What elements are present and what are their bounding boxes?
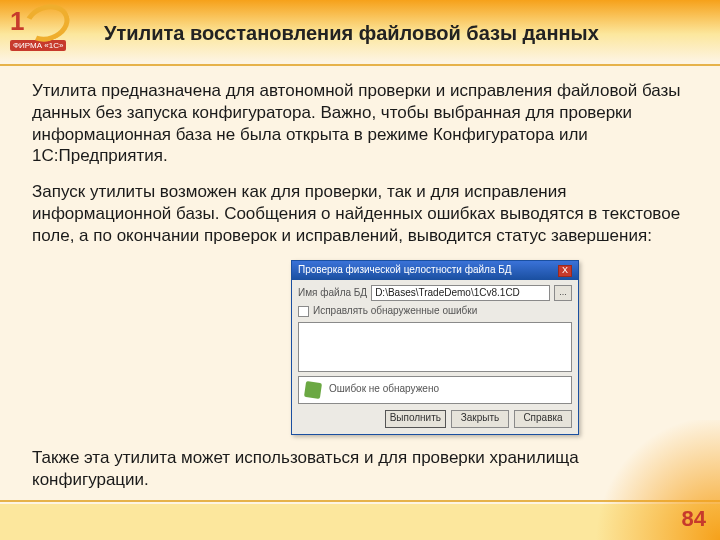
file-path-input[interactable]: D:\Bases\TradeDemo\1Cv8.1CD bbox=[371, 285, 550, 301]
file-row: Имя файла БД D:\Bases\TradeDemo\1Cv8.1CD… bbox=[298, 285, 572, 301]
checkbox-box[interactable] bbox=[298, 306, 309, 317]
logo-brand-text: ФИРМА «1С» bbox=[10, 40, 66, 51]
close-icon[interactable]: X bbox=[558, 265, 572, 277]
browse-button[interactable]: ... bbox=[554, 285, 572, 301]
status-panel: Ошибок не обнаружено bbox=[298, 376, 572, 404]
status-ok-icon bbox=[303, 380, 323, 400]
footer-bar bbox=[0, 504, 720, 540]
paragraph-2: Запуск утилиты возможен как для проверки… bbox=[32, 181, 688, 246]
dialog-titlebar: Проверка физической целостности файла БД… bbox=[292, 261, 578, 280]
logo-mark: 1 bbox=[10, 8, 74, 38]
dialog-body: Имя файла БД D:\Bases\TradeDemo\1Cv8.1CD… bbox=[292, 280, 578, 434]
checkbox-label: Исправлять обнаруженные ошибки bbox=[313, 305, 477, 318]
paragraph-1: Утилита предназначена для автономной про… bbox=[32, 80, 688, 167]
page-number: 84 bbox=[682, 506, 706, 532]
title-underline bbox=[0, 64, 720, 66]
messages-textarea[interactable] bbox=[298, 322, 572, 372]
paragraph-3: Также эта утилита может использоваться и… bbox=[32, 447, 688, 491]
dialog-window: Проверка физической целостности файла БД… bbox=[291, 260, 579, 435]
dialog-title-text: Проверка физической целостности файла БД bbox=[298, 264, 512, 277]
footer-divider bbox=[0, 500, 720, 502]
fix-errors-checkbox[interactable]: Исправлять обнаруженные ошибки bbox=[298, 305, 572, 318]
slide: 1 ФИРМА «1С» Утилита восстановления файл… bbox=[0, 0, 720, 540]
logo-1c: 1 ФИРМА «1С» bbox=[10, 8, 86, 56]
content-area: Утилита предназначена для автономной про… bbox=[32, 80, 688, 504]
page-title: Утилита восстановления файловой базы дан… bbox=[104, 22, 599, 45]
status-text: Ошибок не обнаружено bbox=[329, 383, 439, 396]
help-button[interactable]: Справка bbox=[514, 410, 572, 428]
close-button[interactable]: Закрыть bbox=[451, 410, 509, 428]
file-label: Имя файла БД bbox=[298, 287, 367, 300]
dialog-buttons: Выполнить Закрыть Справка bbox=[298, 410, 572, 428]
run-button[interactable]: Выполнить bbox=[385, 410, 446, 428]
embedded-screenshot: Проверка физической целостности файла БД… bbox=[182, 260, 688, 435]
